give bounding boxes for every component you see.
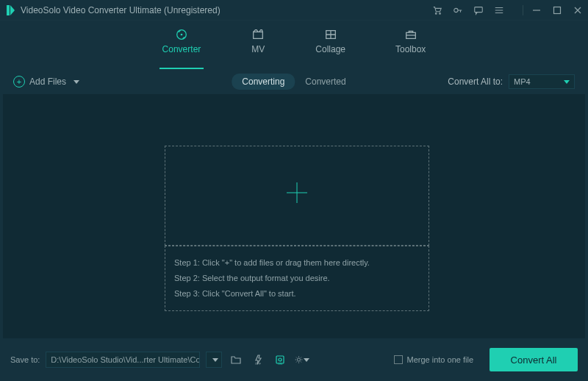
tab-label: Converter bbox=[162, 44, 201, 54]
open-folder-button[interactable] bbox=[228, 352, 244, 368]
add-files-button[interactable]: + Add Files bbox=[13, 76, 79, 88]
chevron-down-icon bbox=[304, 358, 309, 362]
mv-icon bbox=[251, 28, 265, 41]
svg-point-7 bbox=[181, 34, 183, 36]
plus-icon: + bbox=[13, 76, 25, 88]
svg-text:ON: ON bbox=[278, 362, 282, 366]
segment-control: Converting Converted bbox=[232, 74, 356, 90]
chevron-down-icon bbox=[212, 358, 218, 362]
minimize-icon[interactable] bbox=[531, 4, 542, 16]
gpu-accel-toggle[interactable]: ON bbox=[272, 352, 288, 368]
high-speed-toggle[interactable]: OFF bbox=[250, 352, 266, 368]
segment-converting[interactable]: Converting bbox=[232, 74, 295, 90]
svg-point-2 bbox=[440, 13, 441, 14]
svg-rect-5 bbox=[554, 7, 561, 13]
tab-mv[interactable]: MV bbox=[248, 26, 268, 65]
save-to-label: Save to: bbox=[10, 355, 40, 364]
step-text: Step 3: Click "Convert All" to start. bbox=[174, 286, 420, 302]
svg-rect-0 bbox=[7, 5, 10, 15]
footer: Save to: D:\VideoSolo Studio\Vid...rter … bbox=[0, 338, 588, 381]
workspace: Step 1: Click "+" to add files or drag t… bbox=[3, 94, 585, 344]
svg-point-13 bbox=[279, 358, 282, 361]
convert-all-to-label: Convert All to: bbox=[448, 76, 503, 87]
toolbox-icon bbox=[404, 28, 418, 41]
segment-converted[interactable]: Converted bbox=[295, 74, 356, 90]
close-icon[interactable] bbox=[572, 4, 584, 16]
tab-label: Collage bbox=[315, 44, 345, 54]
chevron-down-icon bbox=[74, 80, 79, 84]
app-logo bbox=[6, 4, 16, 16]
svg-point-15 bbox=[298, 358, 301, 361]
svg-rect-8 bbox=[254, 32, 263, 38]
tab-collage[interactable]: Collage bbox=[312, 26, 348, 65]
instructions: Step 1: Click "+" to add files or drag t… bbox=[165, 246, 429, 311]
merge-checkbox[interactable]: Merge into one file bbox=[394, 355, 474, 364]
chevron-down-icon bbox=[564, 80, 570, 84]
step-text: Step 2: Select the output format you des… bbox=[174, 271, 420, 286]
output-format-select[interactable]: MP4 bbox=[509, 74, 575, 89]
app-title: VideoSolo Video Converter Ultimate (Unre… bbox=[21, 5, 220, 15]
main-tabs: Converter MV Collage Toolbox bbox=[0, 21, 588, 65]
cart-icon[interactable] bbox=[431, 4, 443, 16]
tab-converter[interactable]: Converter bbox=[159, 26, 204, 65]
tab-toolbox[interactable]: Toolbox bbox=[392, 26, 429, 65]
feedback-icon[interactable] bbox=[473, 4, 484, 16]
plus-icon bbox=[284, 179, 310, 212]
merge-label: Merge into one file bbox=[407, 355, 474, 364]
toolbar: + Add Files Converting Converted Convert… bbox=[0, 69, 588, 94]
svg-point-3 bbox=[454, 8, 458, 12]
svg-point-1 bbox=[435, 13, 437, 14]
maximize-icon[interactable] bbox=[551, 4, 563, 16]
output-format-value: MP4 bbox=[514, 77, 531, 86]
tab-label: MV bbox=[251, 44, 265, 54]
titlebar: VideoSolo Video Converter Ultimate (Unre… bbox=[0, 0, 588, 21]
converter-icon bbox=[174, 28, 189, 41]
step-text: Step 1: Click "+" to add files or drag t… bbox=[174, 255, 420, 271]
dropzone[interactable] bbox=[165, 146, 429, 246]
save-path-field[interactable]: D:\VideoSolo Studio\Vid...rter Ultimate\… bbox=[46, 352, 200, 368]
tab-label: Toolbox bbox=[395, 44, 426, 54]
save-path-dropdown[interactable] bbox=[206, 352, 222, 368]
collage-icon bbox=[323, 28, 338, 41]
menu-icon[interactable] bbox=[493, 4, 505, 16]
svg-rect-4 bbox=[475, 7, 483, 12]
svg-text:OFF: OFF bbox=[255, 362, 262, 366]
key-icon[interactable] bbox=[452, 4, 464, 16]
convert-all-button[interactable]: Convert All bbox=[490, 348, 578, 371]
add-files-label: Add Files bbox=[29, 76, 66, 87]
settings-button[interactable] bbox=[294, 352, 310, 368]
checkbox-icon bbox=[394, 355, 403, 364]
